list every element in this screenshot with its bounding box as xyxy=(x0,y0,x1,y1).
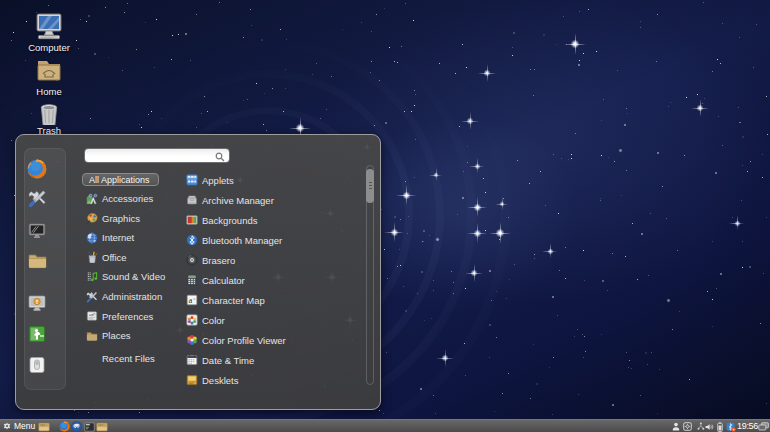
svg-text:a: a xyxy=(193,296,195,301)
svg-text:a: a xyxy=(189,295,193,305)
